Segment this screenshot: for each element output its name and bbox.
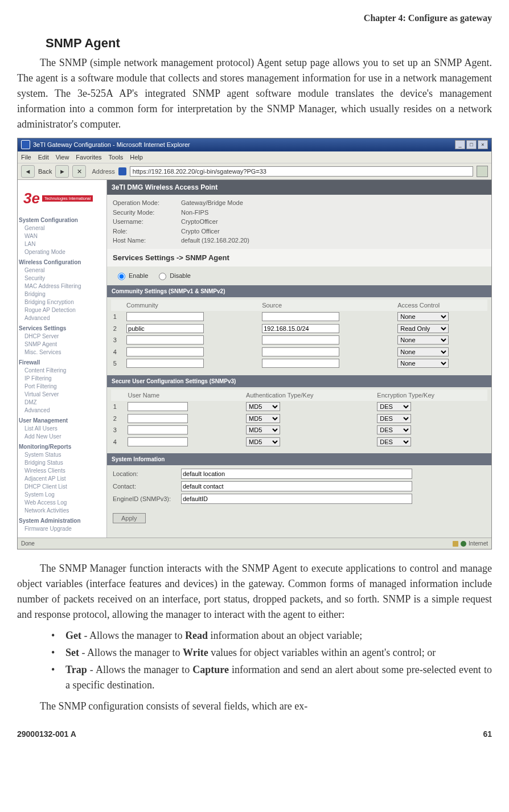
sidebar-item[interactable]: Wireless Clients xyxy=(19,467,104,475)
sidebar-item[interactable]: Adjacent AP List xyxy=(19,475,104,483)
apply-button[interactable]: Apply xyxy=(113,513,146,523)
table-row: 5None xyxy=(111,358,488,370)
menu-favorites[interactable]: Favorites xyxy=(76,153,101,162)
sysinfo-row: Location: xyxy=(113,469,486,479)
enc-select[interactable]: DES xyxy=(377,425,411,434)
auth-select[interactable]: MD5 xyxy=(246,402,280,411)
sidebar-item[interactable]: List All Users xyxy=(19,425,104,433)
stop-button[interactable]: ✕ xyxy=(72,165,86,178)
username-input[interactable] xyxy=(128,425,188,434)
menu-help[interactable]: Help xyxy=(130,153,143,162)
info-value: default (192.168.202.20) xyxy=(181,236,249,245)
info-value: CryptoOfficer xyxy=(181,217,218,227)
access-select[interactable]: None xyxy=(397,335,449,345)
sysinfo-input[interactable] xyxy=(181,481,412,491)
sidebar-item[interactable]: DMZ xyxy=(19,399,104,407)
sysinfo-input[interactable] xyxy=(181,494,412,504)
sidebar-item[interactable]: Operating Mode xyxy=(19,248,104,256)
source-input[interactable] xyxy=(262,312,339,321)
sidebar-item[interactable]: Rogue AP Detection xyxy=(19,306,104,314)
device-info: Operation Mode:Gateway/Bridge ModeSecuri… xyxy=(107,195,491,249)
table-row: 1MD5DES xyxy=(111,401,488,413)
sidebar-group: Services Settings xyxy=(19,325,104,333)
sidebar-item[interactable]: Advanced xyxy=(19,407,104,415)
back-button[interactable]: ◄ xyxy=(21,165,35,178)
community-input[interactable] xyxy=(126,359,204,368)
enc-select[interactable]: DES xyxy=(377,437,411,446)
source-input[interactable] xyxy=(262,359,339,368)
menu-tools[interactable]: Tools xyxy=(109,153,124,162)
sidebar: 3e Technologies International System Con… xyxy=(18,180,106,538)
community-input[interactable] xyxy=(126,324,204,333)
sidebar-item[interactable]: Bridging Status xyxy=(19,459,104,467)
sidebar-item[interactable]: MAC Address Filtering xyxy=(19,282,104,290)
sidebar-item[interactable]: Content Filtering xyxy=(19,367,104,375)
go-button[interactable] xyxy=(477,166,488,177)
minimize-button[interactable]: _ xyxy=(455,140,465,149)
enc-select[interactable]: DES xyxy=(377,402,411,411)
username-input[interactable] xyxy=(128,437,188,446)
enc-select[interactable]: DES xyxy=(377,414,411,423)
sidebar-item[interactable]: Bridging xyxy=(19,290,104,298)
sidebar-item[interactable]: SNMP Agent xyxy=(19,341,104,348)
menu-view[interactable]: View xyxy=(56,153,69,162)
sidebar-item[interactable]: General xyxy=(19,266,104,274)
community-input[interactable] xyxy=(126,347,204,356)
sidebar-item[interactable]: General xyxy=(19,224,104,232)
browser-window: 3eTI Gateway Configuration - Microsoft I… xyxy=(17,138,492,549)
table-row: 4MD5DES xyxy=(111,436,488,448)
username-input[interactable] xyxy=(128,414,188,423)
sidebar-item[interactable]: Advanced xyxy=(19,314,104,322)
community-input[interactable] xyxy=(126,335,204,345)
user-banner: Secure User Configuration Settings (SNMP… xyxy=(107,375,491,387)
sidebar-item[interactable]: Add New User xyxy=(19,433,104,441)
access-select[interactable]: None xyxy=(397,347,449,356)
close-button[interactable]: × xyxy=(478,140,488,149)
col-username: User Name xyxy=(125,389,244,401)
table-row: 3None xyxy=(111,334,488,346)
forward-button[interactable]: ► xyxy=(55,165,69,178)
maximize-button[interactable]: □ xyxy=(466,140,477,149)
sidebar-item[interactable]: Network Activities xyxy=(19,507,104,515)
sidebar-item[interactable]: WAN xyxy=(19,232,104,240)
sidebar-item[interactable]: Web Access Log xyxy=(19,499,104,507)
col-community: Community xyxy=(124,300,260,311)
sidebar-item[interactable]: System Status xyxy=(19,451,104,459)
sidebar-item[interactable]: IP Filtering xyxy=(19,375,104,383)
source-input[interactable] xyxy=(262,347,339,356)
auth-select[interactable]: MD5 xyxy=(246,425,280,434)
username-input[interactable] xyxy=(128,402,188,411)
window-title: 3eTI Gateway Configuration - Microsoft I… xyxy=(33,140,190,150)
auth-select[interactable]: MD5 xyxy=(246,437,280,446)
body-paragraph-2: The SNMP Manager function interacts with… xyxy=(17,561,492,622)
status-right: Internet xyxy=(469,539,488,548)
row-num: 2 xyxy=(111,323,124,335)
auth-select[interactable]: MD5 xyxy=(246,414,280,423)
sidebar-item[interactable]: Security xyxy=(19,274,104,282)
sidebar-item[interactable]: Misc. Services xyxy=(19,348,104,356)
menu-file[interactable]: File xyxy=(21,153,31,162)
sidebar-item[interactable]: Bridging Encryption xyxy=(19,298,104,306)
access-select[interactable]: None xyxy=(397,359,449,368)
sidebar-item[interactable]: Port Filtering xyxy=(19,383,104,391)
sidebar-item[interactable]: DHCP Server xyxy=(19,333,104,341)
row-num: 1 xyxy=(111,401,126,413)
sidebar-item[interactable]: LAN xyxy=(19,240,104,248)
col-auth: Authentication Type/Key xyxy=(244,389,375,401)
sidebar-item[interactable]: Firmware Upgrade xyxy=(19,525,104,533)
sysinfo-input[interactable] xyxy=(181,469,412,479)
community-input[interactable] xyxy=(126,312,204,321)
sidebar-item[interactable]: System Log xyxy=(19,491,104,499)
source-input[interactable] xyxy=(262,324,339,333)
access-select[interactable]: Read Only xyxy=(397,324,449,333)
disable-radio[interactable]: Disable xyxy=(156,271,191,281)
source-input[interactable] xyxy=(262,335,339,345)
menu-edit[interactable]: Edit xyxy=(38,153,49,162)
address-input[interactable] xyxy=(130,166,473,177)
access-select[interactable]: None xyxy=(397,312,449,321)
row-num: 1 xyxy=(111,311,124,323)
sidebar-item[interactable]: DHCP Client List xyxy=(19,483,104,491)
enable-radio[interactable]: Enable xyxy=(115,271,148,281)
sysinfo-label: EngineID (SNMPv3): xyxy=(113,494,181,504)
sidebar-item[interactable]: Virtual Server xyxy=(19,391,104,399)
